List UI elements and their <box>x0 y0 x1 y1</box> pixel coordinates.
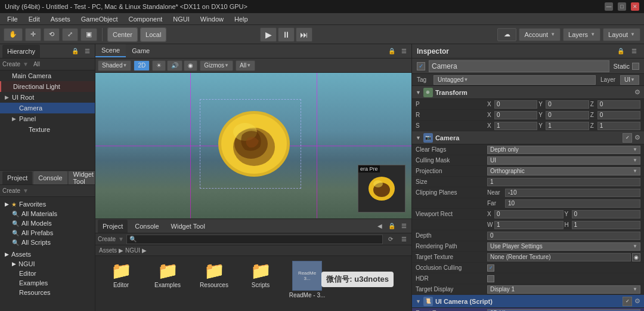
hierarchy-lock-icon[interactable]: 🔒 <box>70 46 80 57</box>
camera-header[interactable]: ▼ 📷 Camera ✓ ⚙ <box>412 131 644 144</box>
near-input[interactable]: -10 <box>505 189 640 197</box>
rot-x-input[interactable]: 0 <box>494 111 537 119</box>
clear-flags-dropdown[interactable]: Depth only ▼ <box>487 146 640 154</box>
menu-assets[interactable]: Assets <box>46 13 75 25</box>
assets-editor-item[interactable]: Editor <box>2 269 92 278</box>
static-checkbox[interactable] <box>632 63 639 70</box>
ui-camera-enable-checkbox[interactable]: ✓ <box>623 297 632 306</box>
layout-dropdown[interactable]: Layout ▼ <box>603 28 640 41</box>
all-prefabs-item[interactable]: 🔍 All Prefabs <box>2 228 92 238</box>
all-models-item[interactable]: 🔍 All Models <box>2 218 92 228</box>
project-files-tab[interactable]: Project <box>98 220 128 233</box>
assets-ngui-item[interactable]: ▶ NGUI <box>2 259 92 269</box>
console-tab[interactable]: Console <box>33 171 67 184</box>
shaded-dropdown[interactable]: Shaded ▼ <box>98 60 131 71</box>
tool-rect[interactable]: ▣ <box>80 28 97 41</box>
assets-examples-item[interactable]: Examples <box>2 278 92 288</box>
tree-item-main-camera[interactable]: Main Camera <box>0 70 95 81</box>
project-item-examples[interactable]: 📁 Examples <box>147 261 188 298</box>
scale-z-input[interactable]: 1 <box>597 122 640 130</box>
project-files-lock-icon[interactable]: 🔒 <box>386 221 397 232</box>
project-create-label2[interactable]: Create <box>98 236 116 242</box>
project-tab[interactable]: Project <box>2 171 32 184</box>
layers-dropdown[interactable]: Layers ▼ <box>563 28 600 41</box>
ui-camera-header[interactable]: ▼ 📜 UI Camera (Script) ✓ ⚙ <box>412 295 644 308</box>
game-tab[interactable]: Game <box>126 44 156 57</box>
menu-window[interactable]: Window <box>196 13 228 25</box>
rendering-path-dropdown[interactable]: Use Player Settings ▼ <box>487 242 640 251</box>
widget-tool-tab2[interactable]: Widget Tool <box>166 220 210 233</box>
minimize-button[interactable]: — <box>605 2 613 11</box>
2d-toggle[interactable]: 2D <box>134 60 150 71</box>
object-active-checkbox[interactable]: ✓ <box>417 62 425 70</box>
rot-z-input[interactable]: 0 <box>597 111 640 119</box>
inspector-menu-icon[interactable]: ☰ <box>628 46 639 57</box>
all-scripts-item[interactable]: 🔍 All Scripts <box>2 238 92 247</box>
menu-file[interactable]: File <box>2 13 23 25</box>
center-button[interactable]: Center <box>108 28 137 41</box>
hierarchy-menu-icon[interactable]: ☰ <box>82 46 92 57</box>
local-button[interactable]: Local <box>141 28 166 41</box>
target-display-dropdown[interactable]: Display 1 ▼ <box>487 285 640 294</box>
project-search-box[interactable]: 🔍 <box>126 235 383 244</box>
tree-item-texture[interactable]: Texture <box>0 124 95 135</box>
scale-y-input[interactable]: 1 <box>546 122 589 130</box>
effects-icon[interactable]: ◉ <box>184 60 197 71</box>
tool-hand[interactable]: ✋ <box>4 28 23 41</box>
menu-help[interactable]: Help <box>230 13 253 25</box>
light-icon[interactable]: ☀ <box>152 60 166 71</box>
assets-resources-item[interactable]: Resources <box>2 288 92 297</box>
tree-item-panel[interactable]: ▶ Panel <box>0 113 95 124</box>
all-materials-item[interactable]: 🔍 All Materials <box>2 209 92 218</box>
vp-w-input[interactable]: 1 <box>494 221 564 229</box>
tool-move[interactable]: ✛ <box>25 28 41 41</box>
vp-x-input[interactable]: 0 <box>494 210 564 218</box>
tree-item-directional-light[interactable]: Directional Light <box>0 81 95 92</box>
cloud-button[interactable]: ☁ <box>497 28 516 41</box>
inspector-lock-icon[interactable]: 🔒 <box>615 46 626 57</box>
vp-y-input[interactable]: 0 <box>572 210 641 218</box>
scene-menu-icon[interactable]: ☰ <box>398 46 409 57</box>
vp-h-input[interactable]: 1 <box>572 221 641 229</box>
target-texture-pick-icon[interactable]: ◉ <box>632 253 640 261</box>
close-button[interactable]: ✕ <box>631 2 639 11</box>
far-input[interactable]: 10 <box>505 199 640 208</box>
camera-enable-checkbox[interactable]: ✓ <box>623 133 632 143</box>
target-texture-field[interactable]: None (Render Texture) <box>487 253 631 261</box>
static-toggle[interactable]: Static <box>613 63 639 70</box>
project-item-resources[interactable]: 📁 Resources <box>193 261 235 298</box>
rot-y-input[interactable]: 0 <box>546 111 589 119</box>
console-tab2[interactable]: Console <box>130 220 163 233</box>
audio-icon[interactable]: 🔊 <box>167 60 182 71</box>
tool-scale[interactable]: ⤢ <box>62 28 78 41</box>
ui-camera-gear-icon[interactable]: ⚙ <box>634 297 640 305</box>
scale-x-input[interactable]: 1 <box>494 122 537 130</box>
project-files-menu-icon[interactable]: ☰ <box>398 221 409 232</box>
project-filter-icon[interactable]: ☰ <box>398 234 409 245</box>
collapse-icon[interactable]: ◀ <box>374 221 385 232</box>
event-type-dropdown[interactable]: 2D UI ▼ <box>487 309 640 312</box>
widget-tool-tab[interactable]: Widget Tool <box>69 171 95 184</box>
camera-gear-icon[interactable]: ⚙ <box>634 134 640 141</box>
menu-ngui[interactable]: NGUI <box>168 13 194 25</box>
pos-y-input[interactable]: 0 <box>546 100 589 109</box>
tool-rotate[interactable]: ⟲ <box>44 28 60 41</box>
scene-view[interactable]: era Pre <box>95 73 411 218</box>
all-layers-dropdown[interactable]: All ▼ <box>236 60 255 71</box>
hierarchy-tab[interactable]: Hierarchy <box>2 45 40 58</box>
menu-component[interactable]: Component <box>123 13 167 25</box>
project-item-scripts[interactable]: 📁 Scripts <box>240 261 281 298</box>
occlusion-culling-checkbox[interactable] <box>487 264 494 272</box>
size-input[interactable]: 1 <box>487 178 640 186</box>
tree-item-ui-root[interactable]: ▶ UI Root <box>0 92 95 103</box>
project-refresh-icon[interactable]: ⟳ <box>385 234 396 245</box>
scene-lock-icon[interactable]: 🔒 <box>386 46 397 57</box>
menu-gameobject[interactable]: GameObject <box>76 13 123 25</box>
pos-z-input[interactable]: 0 <box>597 100 640 109</box>
account-dropdown[interactable]: Account ▼ <box>519 28 561 41</box>
hdr-checkbox[interactable] <box>487 275 494 282</box>
depth-input[interactable]: 0 <box>487 232 640 240</box>
menu-edit[interactable]: Edit <box>24 13 45 25</box>
tag-dropdown[interactable]: Untagged ▼ <box>434 75 596 85</box>
project-item-editor[interactable]: 📁 Editor <box>100 261 142 298</box>
